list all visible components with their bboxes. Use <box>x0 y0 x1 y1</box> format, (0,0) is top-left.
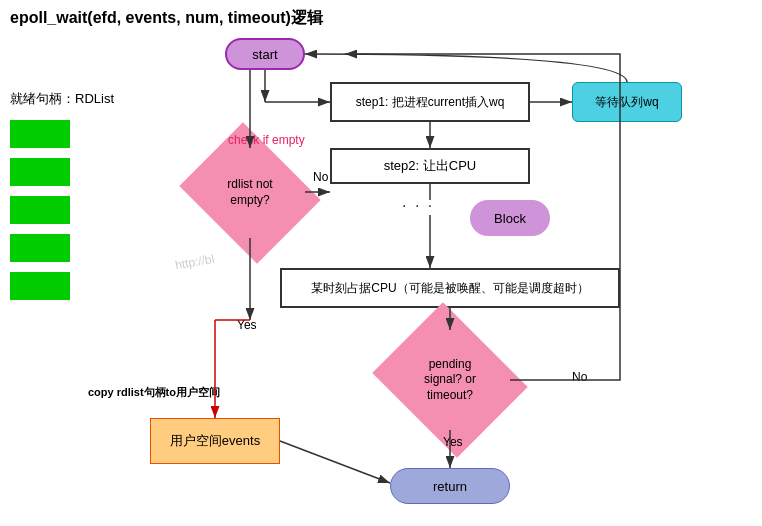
sometime-cpu-node: 某时刻占据CPU（可能是被唤醒、可能是调度超时） <box>280 268 620 308</box>
arrows-svg <box>0 0 762 526</box>
rdlist-not-empty-node: rdlist not empty? <box>195 148 305 238</box>
page-title: epoll_wait(efd, events, num, timeout)逻辑 <box>10 8 323 29</box>
yes2-label: Yes <box>443 435 463 449</box>
svg-line-15 <box>280 441 390 483</box>
start-node: start <box>225 38 305 70</box>
no2-label: No <box>572 370 587 384</box>
watermark: http://bl <box>174 252 215 273</box>
green-block-3 <box>10 196 70 224</box>
block-node: Block <box>470 200 550 236</box>
user-space-node: 用户空间events <box>150 418 280 464</box>
diagram-container: epoll_wait(efd, events, num, timeout)逻辑 … <box>0 0 762 526</box>
copy-rdlist-label: copy rdlist句柄to用户空间 <box>88 385 220 400</box>
green-block-5 <box>10 272 70 300</box>
check-if-empty-label: check if empty <box>228 133 305 147</box>
green-block-1 <box>10 120 70 148</box>
yes1-label: Yes <box>237 318 257 332</box>
rdlist-label: 就绪句柄：RDList <box>10 90 114 108</box>
step1-node: step1: 把进程current插入wq <box>330 82 530 122</box>
waiting-queue-node: 等待队列wq <box>572 82 682 122</box>
green-block-2 <box>10 158 70 186</box>
green-block-4 <box>10 234 70 262</box>
dots: . . . <box>402 193 434 211</box>
pending-signal-node: pending signal? or timeout? <box>390 330 510 430</box>
step2-node: step2: 让出CPU <box>330 148 530 184</box>
return-node: return <box>390 468 510 504</box>
no1-label: No <box>313 170 328 184</box>
